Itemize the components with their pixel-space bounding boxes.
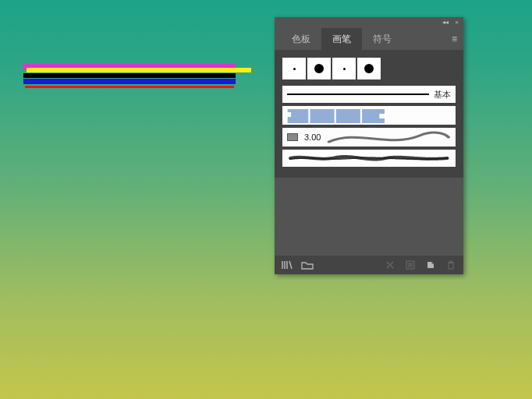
brush-tip-1[interactable] bbox=[282, 58, 306, 79]
trash-icon bbox=[445, 260, 457, 270]
basic-line-icon bbox=[287, 94, 429, 95]
brush-calligraphic[interactable] bbox=[282, 106, 456, 125]
tab-brushes[interactable]: 画笔 bbox=[321, 28, 362, 50]
dot-icon bbox=[293, 68, 296, 70]
folder-icon[interactable] bbox=[301, 260, 314, 270]
panel-bottom-bar bbox=[275, 256, 463, 274]
collapse-icon[interactable]: ◂◂ bbox=[442, 19, 449, 26]
panel-menu-icon[interactable]: ≡ bbox=[445, 28, 463, 50]
library-icon[interactable] bbox=[281, 260, 293, 270]
brush-tip-4[interactable] bbox=[357, 58, 381, 79]
panel-content: 基本 3.00 bbox=[275, 50, 463, 178]
stroke-blue bbox=[23, 79, 236, 84]
calligraphic-icon bbox=[282, 106, 456, 125]
svg-rect-3 bbox=[336, 109, 360, 123]
brush-basic[interactable]: 基本 bbox=[282, 86, 456, 103]
brush-tip-3[interactable] bbox=[332, 58, 356, 79]
brush-artistic[interactable] bbox=[282, 150, 456, 167]
options-icon bbox=[404, 260, 417, 270]
brushes-panel: ◂◂ × 色板 画笔 符号 ≡ 基本 bbox=[275, 17, 463, 274]
charcoal-icon bbox=[287, 150, 451, 167]
brush-tip-row bbox=[282, 58, 456, 79]
close-icon[interactable]: × bbox=[455, 19, 459, 26]
tab-symbols[interactable]: 符号 bbox=[362, 28, 403, 50]
dot-icon bbox=[314, 64, 324, 73]
dot-icon bbox=[343, 68, 346, 70]
dot-icon bbox=[364, 64, 374, 73]
basic-label: 基本 bbox=[434, 89, 451, 101]
svg-rect-2 bbox=[310, 109, 335, 123]
panel-titlebar: ◂◂ × bbox=[275, 17, 463, 28]
panel-tabs: 色板 画笔 符号 ≡ bbox=[275, 28, 463, 50]
wave-icon bbox=[327, 128, 451, 147]
brush-stroke-preview[interactable]: 3.00 bbox=[282, 128, 456, 147]
stroke-weight-value: 3.00 bbox=[304, 132, 321, 142]
new-brush-icon[interactable] bbox=[424, 260, 437, 270]
tab-swatches[interactable]: 色板 bbox=[281, 28, 321, 50]
break-link-icon bbox=[384, 260, 396, 270]
stroke-yellow bbox=[27, 68, 251, 72]
brush-tip-2[interactable] bbox=[307, 58, 331, 79]
stroke-red bbox=[25, 86, 234, 88]
tablet-icon bbox=[287, 133, 298, 141]
stroke-black bbox=[23, 73, 236, 78]
